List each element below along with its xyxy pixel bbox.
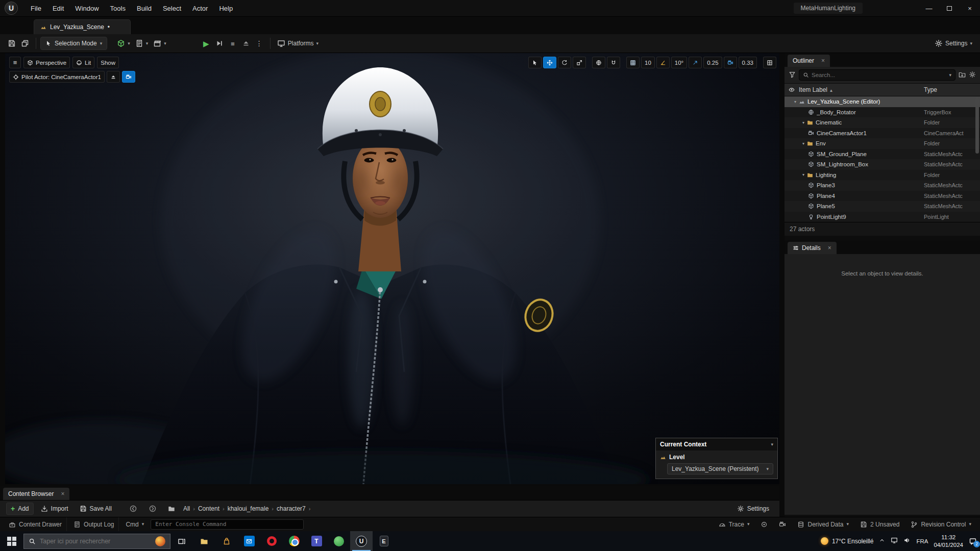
menu-select[interactable]: Select: [157, 0, 187, 17]
opera-icon[interactable]: [260, 531, 283, 551]
taskbar-search-input[interactable]: [40, 538, 151, 545]
select-tool-button[interactable]: [528, 57, 542, 68]
surface-snap-toggle[interactable]: [607, 57, 620, 68]
unreal-logo-icon[interactable]: U: [5, 2, 18, 15]
level-viewport[interactable]: ≡ Perspective Lit Show Pilot Actor: Cine…: [5, 53, 779, 484]
visibility-eye-icon[interactable]: [789, 87, 795, 93]
context-level-dropdown[interactable]: Lev_Yazkua_Scene (Persistent) ▾: [667, 463, 773, 474]
outliner-row-plane4[interactable]: Plane4 StaticMeshActc: [785, 191, 980, 202]
menu-window[interactable]: Window: [69, 0, 104, 17]
revision-control-dropdown[interactable]: Revision Control ▾: [906, 517, 976, 532]
maximize-viewport-button[interactable]: [763, 57, 776, 68]
outliner-scrollbar[interactable]: [975, 97, 979, 154]
outliner-row-level[interactable]: ▾ Lev_Yazkua_Scene (Editor): [785, 96, 980, 107]
rotation-snap-toggle[interactable]: [656, 57, 670, 68]
green-app-icon[interactable]: [328, 531, 350, 551]
stop-button[interactable]: ■: [226, 37, 239, 50]
source-control-button[interactable]: [18, 37, 32, 50]
menu-build[interactable]: Build: [131, 0, 157, 17]
cb-settings-dropdown[interactable]: Settings: [733, 503, 773, 515]
cmd-dropdown[interactable]: Cmd ▾: [121, 517, 149, 532]
cinematics-button[interactable]: ▾: [151, 37, 169, 50]
save-all-button[interactable]: Save All: [76, 503, 116, 515]
camera-speed-value[interactable]: 0.33: [739, 57, 757, 68]
close-icon[interactable]: ×: [61, 490, 64, 497]
view-mode-dropdown[interactable]: Lit: [72, 57, 94, 68]
outliner-search-box[interactable]: ▾: [799, 69, 955, 81]
epic-games-icon[interactable]: E: [373, 531, 395, 551]
console-command-input[interactable]: [151, 519, 304, 530]
breadcrumb-content[interactable]: Content: [197, 505, 220, 512]
weather-widget[interactable]: 17°C Ensoleillé: [821, 537, 874, 545]
clock[interactable]: 11:32 04/01/2024: [934, 534, 963, 548]
close-button[interactable]: ×: [960, 0, 980, 17]
outliner-row-pointlight9[interactable]: PointLight9 PointLight: [785, 212, 980, 222]
add-button[interactable]: + Add: [6, 503, 34, 515]
scale-snap-value[interactable]: 0.25: [703, 57, 722, 68]
show-dropdown[interactable]: Show: [97, 57, 119, 68]
breadcrumb-khaloui-female[interactable]: khaloui_female: [227, 505, 270, 512]
outliner-row-ground-plane[interactable]: SM_Ground_Plane StaticMeshActc: [785, 149, 980, 160]
outliner-row-cinematic-folder[interactable]: ▾ Cinematic Folder: [785, 117, 980, 128]
outliner-row-body-rotator[interactable]: _Body_Rotator TriggerBox: [785, 107, 980, 118]
menu-actor[interactable]: Actor: [187, 0, 213, 17]
outliner-row-env-folder[interactable]: ▾ Env Folder: [785, 138, 980, 149]
search-highlight-icon[interactable]: [155, 536, 165, 546]
menu-tools[interactable]: Tools: [105, 0, 131, 17]
import-button[interactable]: Import: [37, 503, 72, 515]
add-actor-button[interactable]: ▾: [114, 37, 133, 50]
menu-edit[interactable]: Edit: [47, 0, 69, 17]
outliner-row-plane3[interactable]: Plane3 StaticMeshActc: [785, 180, 980, 191]
outliner-row-lighting-folder[interactable]: ▾ Lighting Folder: [785, 170, 980, 181]
language-indicator[interactable]: FRA: [916, 538, 928, 544]
store-app-icon[interactable]: [215, 531, 238, 551]
tab-outliner[interactable]: Outliner ×: [788, 55, 830, 67]
save-button[interactable]: [5, 37, 18, 50]
pilot-actor-label[interactable]: Pilot Actor: CineCameraActor1: [9, 71, 105, 83]
scale-snap-toggle[interactable]: [689, 57, 702, 68]
editor-mode-dropdown[interactable]: Selection Mode ▾: [40, 37, 107, 50]
breadcrumb-character7[interactable]: character7: [276, 505, 307, 512]
move-tool-button[interactable]: [543, 57, 556, 68]
back-button[interactable]: [125, 503, 141, 515]
menu-file[interactable]: File: [25, 0, 47, 17]
column-type[interactable]: Type: [924, 86, 937, 93]
blueprints-button[interactable]: ▾: [133, 37, 151, 50]
tab-content-browser[interactable]: Content Browser ×: [3, 488, 69, 500]
outliner-add-folder-button[interactable]: [959, 71, 966, 80]
grid-snap-value[interactable]: 10: [641, 57, 655, 68]
level-tab[interactable]: Lev_Yazkua_Scene •: [34, 19, 131, 34]
settings-dropdown[interactable]: Settings ▾: [932, 37, 975, 50]
current-context-header[interactable]: Current Context ▾: [656, 438, 777, 450]
content-drawer-button[interactable]: Content Drawer: [4, 517, 67, 532]
forward-button[interactable]: [144, 503, 161, 515]
rotate-tool-button[interactable]: [558, 57, 571, 68]
menu-help[interactable]: Help: [213, 0, 238, 17]
viewport-options-button[interactable]: ≡: [9, 57, 21, 68]
taskbar-search-box[interactable]: [23, 534, 170, 549]
platforms-dropdown[interactable]: Platforms ▾: [275, 37, 321, 50]
notification-center-button[interactable]: 2: [969, 537, 977, 545]
teams-icon[interactable]: T: [305, 531, 328, 551]
grid-snap-toggle[interactable]: [626, 57, 640, 68]
trace-dropdown[interactable]: Trace ▾: [714, 517, 754, 532]
task-view-button[interactable]: [170, 531, 193, 551]
pilot-camera-toggle[interactable]: [122, 71, 135, 83]
play-options-kebab[interactable]: ⋮: [253, 37, 266, 50]
rotation-snap-value[interactable]: 10°: [671, 57, 687, 68]
stop-piloting-button[interactable]: [107, 71, 120, 83]
breadcrumb-all[interactable]: All: [182, 505, 191, 512]
column-item-label[interactable]: Item Label ▲: [799, 86, 833, 93]
tray-expand-chevron[interactable]: [879, 537, 885, 545]
close-icon[interactable]: ×: [821, 57, 825, 64]
file-explorer-icon[interactable]: [193, 531, 215, 551]
search-input[interactable]: [812, 72, 946, 78]
volume-icon[interactable]: [903, 537, 911, 545]
network-icon[interactable]: [891, 537, 898, 545]
close-icon[interactable]: ×: [828, 244, 831, 252]
outliner-filter-button[interactable]: [789, 71, 796, 80]
outliner-row-lightroom-box[interactable]: SM_Lightroom_Box StaticMeshActc: [785, 159, 980, 170]
output-log-button[interactable]: Output Log: [69, 517, 119, 532]
outliner-row-cinecamera[interactable]: CineCameraActor1 CineCameraAct: [785, 128, 980, 139]
play-button[interactable]: ▶: [200, 37, 213, 50]
